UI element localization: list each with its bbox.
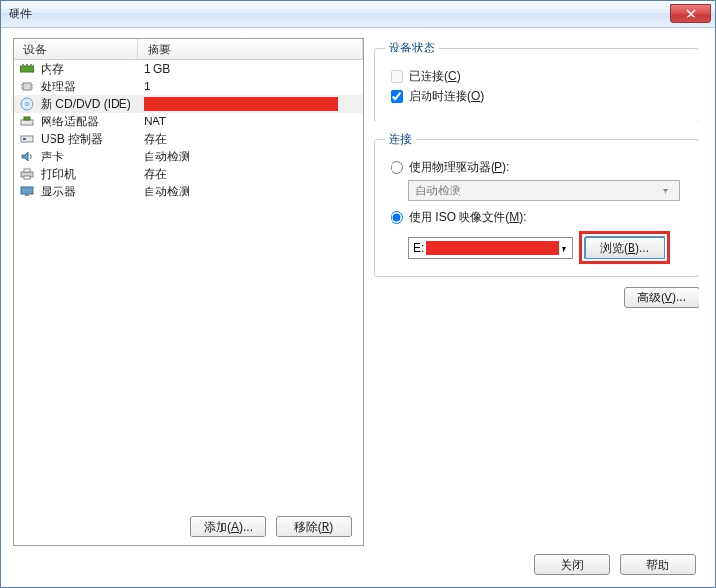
connect-poweron-checkbox-row[interactable]: 启动时连接(O) [391,88,689,105]
close-button[interactable]: 关闭 [534,554,610,575]
status-legend: 设备状态 [385,40,439,56]
connected-checkbox [391,70,403,83]
chevron-down-icon[interactable]: ▾ [559,243,568,254]
bottom-bar: 关闭 帮助 [13,546,703,579]
use-physical-radio[interactable] [391,161,403,174]
use-iso-radio-row[interactable]: 使用 ISO 映像文件(M): [391,209,689,225]
device-summary: 自动检测 [144,149,363,165]
svg-rect-2 [26,64,28,66]
device-row-printer[interactable]: 打印机 存在 [14,165,363,183]
device-summary: 存在 [144,131,363,148]
device-label: 打印机 [41,166,144,183]
svg-rect-16 [24,169,30,172]
help-button[interactable]: 帮助 [620,554,696,575]
device-label: 内存 [41,61,144,78]
close-icon[interactable] [670,4,711,23]
svg-rect-12 [24,117,30,120]
disc-icon [19,96,35,112]
device-label: 处理器 [41,79,144,95]
svg-rect-18 [21,187,33,194]
use-physical-label: 使用物理驱动器(P): [409,159,509,176]
sound-icon [19,149,35,164]
list-header: 设备 摘要 [14,39,363,60]
remove-button[interactable]: 移除(R) [276,516,352,537]
device-row-network[interactable]: 网络适配器 NAT [14,113,363,130]
device-list-panel: 设备 摘要 内存 1 GB 处理器 1 [13,38,364,546]
device-status-group: 设备状态 已连接(C) 启动时连接(O) [374,40,699,121]
browse-highlight: 浏览(B)... [579,231,670,264]
svg-rect-17 [24,176,30,179]
device-row-usb[interactable]: USB 控制器 存在 [14,130,363,148]
device-label: 声卡 [41,149,144,165]
device-label: 新 CD/DVD (IDE) [41,96,144,113]
device-row-cddvd[interactable]: 新 CD/DVD (IDE) [14,95,363,113]
iso-path-field[interactable]: E: ▾ [408,237,573,259]
redacted-block [144,97,338,111]
device-summary: 1 GB [144,62,363,76]
col-header-device[interactable]: 设备 [14,39,138,59]
connected-label: 已连接(C) [409,68,460,85]
chevron-down-icon: ▾ [658,184,673,197]
svg-rect-1 [22,64,24,66]
cpu-icon [19,79,35,94]
device-buttons: 添加(A)... 移除(R) [14,508,363,545]
network-icon [19,114,35,129]
device-summary [144,97,363,111]
svg-rect-14 [23,138,26,140]
device-row-cpu[interactable]: 处理器 1 [14,78,363,95]
window-title: 硬件 [9,6,670,22]
connect-poweron-label: 启动时连接(O) [409,88,484,105]
usb-icon [19,131,35,147]
add-button[interactable]: 添加(A)... [190,516,266,537]
main-area: 设备 摘要 内存 1 GB 处理器 1 [13,38,703,546]
svg-rect-4 [23,83,31,90]
advanced-row: 高级(V)... [374,287,699,308]
svg-rect-0 [20,66,34,72]
use-iso-radio[interactable] [391,211,403,224]
device-row-display[interactable]: 显示器 自动检测 [14,183,363,200]
svg-point-10 [26,103,29,106]
device-summary: 自动检测 [144,184,363,200]
physical-drive-combo: 自动检测 ▾ [408,180,680,201]
display-icon [19,184,35,199]
col-header-summary[interactable]: 摘要 [138,39,363,59]
content-area: 设备 摘要 内存 1 GB 处理器 1 [1,28,715,587]
browse-button[interactable]: 浏览(B)... [584,236,665,259]
device-summary: 1 [144,80,363,93]
device-label: 网络适配器 [41,114,144,130]
details-panel: 设备状态 已连接(C) 启动时连接(O) 连接 使用物理驱动器(P): [374,38,703,546]
advanced-button[interactable]: 高级(V)... [624,287,699,308]
use-iso-label: 使用 ISO 映像文件(M): [409,209,527,225]
redacted-block [426,241,559,255]
connection-legend: 连接 [385,131,416,148]
iso-row: E: ▾ 浏览(B)... [408,231,689,264]
device-summary: NAT [144,115,363,128]
hardware-dialog: 硬件 设备 摘要 内存 1 GB 处理器 [0,0,716,588]
titlebar: 硬件 [1,1,715,28]
connection-group: 连接 使用物理驱动器(P): 自动检测 ▾ 使用 ISO 映像文件(M): [374,131,699,277]
device-list[interactable]: 内存 1 GB 处理器 1 新 CD/DVD (IDE) [14,60,363,508]
use-physical-radio-row[interactable]: 使用物理驱动器(P): [391,159,689,176]
combo-value: 自动检测 [415,183,461,199]
svg-rect-13 [21,136,33,142]
connected-checkbox-row[interactable]: 已连接(C) [391,68,689,85]
device-label: USB 控制器 [41,131,144,148]
device-row-memory[interactable]: 内存 1 GB [14,60,363,78]
printer-icon [19,166,35,182]
memory-icon [19,61,35,77]
device-summary: 存在 [144,166,363,183]
svg-rect-19 [25,194,29,196]
device-label: 显示器 [41,184,144,200]
device-row-sound[interactable]: 声卡 自动检测 [14,148,363,165]
svg-rect-11 [21,120,33,125]
connect-poweron-checkbox[interactable] [391,90,403,103]
svg-rect-3 [30,64,32,66]
iso-prefix: E: [413,241,424,255]
